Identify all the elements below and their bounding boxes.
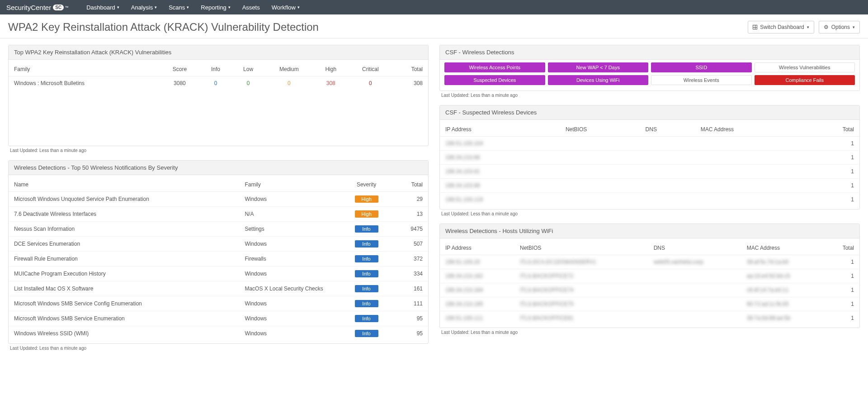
table-row[interactable]: Windows : Microsoft Bulletins30800003080… <box>9 76 428 90</box>
cell-severity: Info <box>340 267 393 281</box>
col-total[interactable]: Total <box>392 62 428 76</box>
col-info[interactable]: Info <box>200 62 232 76</box>
table-row[interactable]: 198.34.103.981 <box>440 179 859 193</box>
col-mac[interactable]: MAC Address <box>741 241 826 255</box>
caret-down-icon: ▾ <box>807 25 809 29</box>
matrix-tile[interactable]: New WAP < 7 Days <box>548 62 649 72</box>
col-dns[interactable]: DNS <box>648 241 741 255</box>
table-row[interactable]: Nessus Scan InformationSettingsInfo9475 <box>9 222 428 237</box>
table-row[interactable]: 7.6 Deactivate Wireless InterfacesN/AHig… <box>9 207 428 222</box>
col-severity[interactable]: Severity <box>340 178 393 192</box>
cell-total: 95 <box>393 326 428 341</box>
last-updated: Last Updated: Less than a minute ago <box>439 209 860 217</box>
nav-workflow[interactable]: Workflow▾ <box>272 4 300 11</box>
cell-ip: 198.51.100.104 <box>440 137 560 151</box>
col-family[interactable]: Family <box>9 62 160 76</box>
matrix-tile[interactable]: SSID <box>651 62 752 72</box>
cell-score: 3080 <box>160 76 200 90</box>
severity-badge: Info <box>355 270 378 277</box>
cell-dns <box>648 269 741 283</box>
cell-ip: 198.34.103.91 <box>440 165 560 179</box>
panel-title: CSF - Suspected Wireless Devices <box>440 105 859 120</box>
nav-analysis[interactable]: Analysis▾ <box>131 4 157 11</box>
caret-down-icon: ▾ <box>117 5 119 10</box>
cell-severity: High <box>340 192 393 207</box>
cell-mac <box>695 179 804 193</box>
options-button[interactable]: ⚙ Options ▾ <box>819 21 860 33</box>
table-row[interactable]: List Installed Mac OS X SoftwareMacOS X … <box>9 281 428 296</box>
col-name[interactable]: Name <box>9 178 239 192</box>
col-ip[interactable]: IP Address <box>440 241 514 255</box>
matrix-tile[interactable]: Wireless Vulnerabilities <box>755 62 855 72</box>
col-total[interactable]: Total <box>804 123 859 137</box>
dashboard-content: Top WPA2 Key Reinstallation Attack (KRAC… <box>0 38 868 362</box>
nav-reporting[interactable]: Reporting▾ <box>201 4 230 11</box>
col-total[interactable]: Total <box>393 178 428 192</box>
table-header-row: IP Address NetBIOS DNS MAC Address Total <box>440 123 859 137</box>
cell-name: Windows Wireless SSID (WMI) <box>9 326 239 341</box>
table-row[interactable]: Microsoft Windows SMB Service Config Enu… <box>9 296 428 311</box>
cell-total: 1 <box>804 165 859 179</box>
cell-total: 1 <box>825 269 859 283</box>
severity-badge: High <box>355 195 378 203</box>
cell-netbios <box>560 193 640 207</box>
cell-severity: Info <box>340 222 393 237</box>
cell-total: 1 <box>804 179 859 193</box>
col-dns[interactable]: DNS <box>640 123 695 137</box>
col-low[interactable]: Low <box>231 62 265 76</box>
col-high[interactable]: High <box>313 62 349 76</box>
nav-dashboard[interactable]: Dashboard▾ <box>86 4 119 11</box>
cell-severity: High <box>340 207 393 222</box>
col-total[interactable]: Total <box>825 241 859 255</box>
col-ip[interactable]: IP Address <box>440 123 560 137</box>
table-row[interactable]: 198.34.210.661 <box>440 151 859 165</box>
cell-dns <box>640 179 695 193</box>
col-netbios[interactable]: NetBIOS <box>560 123 640 137</box>
col-medium[interactable]: Medium <box>265 62 313 76</box>
cell-ip: 198.51.100.111 <box>440 311 514 325</box>
severity-badge: Info <box>355 330 378 337</box>
table-row[interactable]: 198.34.210.182ITLS.BACKOFFICE72aa:10:e4:… <box>440 269 859 283</box>
col-critical[interactable]: Critical <box>349 62 392 76</box>
table-row[interactable]: Microsoft Windows Unquoted Service Path … <box>9 192 428 207</box>
cell-family: Windows <box>239 192 340 207</box>
cell-mac <box>695 151 804 165</box>
top-krack-panel: Top WPA2 Key Reinstallation Attack (KRAC… <box>8 45 429 146</box>
nav-items: Dashboard▾ Analysis▾ Scans▾ Reporting▾ A… <box>86 4 300 11</box>
col-netbios[interactable]: NetBIOS <box>514 241 648 255</box>
cell-total: 308 <box>392 76 428 90</box>
table-row[interactable]: 198.34.210.185ITLS.BACKOFFICE7590:72:ad:… <box>440 297 859 311</box>
table-row[interactable]: 198.51.100.111ITLS.BACKOFFICE8138:7a:0d:… <box>440 311 859 325</box>
table-row[interactable]: 198.51.100.1161 <box>440 193 859 207</box>
table-row[interactable]: 198.34.210.184ITLS.BACKOFFICE74c6:4f:14:… <box>440 283 859 297</box>
col-score[interactable]: Score <box>160 62 200 76</box>
last-updated: Last Updated: Less than a minute ago <box>439 328 860 336</box>
panel-body: IP Address NetBIOS DNS MAC Address Total… <box>440 238 859 328</box>
matrix-tile[interactable]: Suspected Devices <box>444 75 545 85</box>
matrix-tile[interactable]: Compliance Fails <box>755 75 855 85</box>
table-row[interactable]: Microsoft Windows SMB Service Enumeratio… <box>9 311 428 326</box>
table-row[interactable]: 198.51.100.1041 <box>440 137 859 151</box>
cell-mac: aa:10:e4:92:bb:c5 <box>741 269 826 283</box>
brand[interactable]: SecurityCenter SC ™ <box>6 4 68 11</box>
matrix-tile[interactable]: Wireless Events <box>651 75 752 85</box>
col-mac[interactable]: MAC Address <box>695 123 804 137</box>
caret-down-icon: ▾ <box>228 5 231 10</box>
cell-dns <box>640 165 695 179</box>
cell-name: Microsoft Windows SMB Service Config Enu… <box>9 296 239 311</box>
matrix-tile[interactable]: Wireless Access Points <box>444 62 545 72</box>
cell-dns <box>648 297 741 311</box>
col-family[interactable]: Family <box>239 178 340 192</box>
table-row[interactable]: MUICache Program Execution HistoryWindow… <box>9 267 428 281</box>
suspected-table: IP Address NetBIOS DNS MAC Address Total… <box>440 123 859 206</box>
table-row[interactable]: Firewall Rule EnumerationFirewallsInfo37… <box>9 252 428 267</box>
table-row[interactable]: DCE Services EnumerationWindowsInfo507 <box>9 237 428 252</box>
switch-dashboard-button[interactable]: Switch Dashboard ▾ <box>748 21 814 33</box>
cell-name: List Installed Mac OS X Software <box>9 281 239 296</box>
matrix-tile[interactable]: Devices Using WiFi <box>548 75 649 85</box>
nav-assets[interactable]: Assets <box>242 4 260 11</box>
table-row[interactable]: 198.34.103.911 <box>440 165 859 179</box>
table-row[interactable]: Windows Wireless SSID (WMI)WindowsInfo95 <box>9 326 428 341</box>
nav-scans[interactable]: Scans▾ <box>169 4 189 11</box>
table-row[interactable]: 198.51.100.20ITLS.DCA.DC1DOMAINSERV1web0… <box>440 255 859 269</box>
